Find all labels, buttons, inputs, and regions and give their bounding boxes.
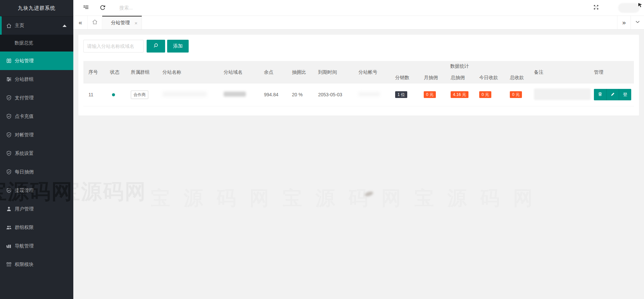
- sidebar-item-label: 每日抽佣: [15, 169, 34, 175]
- cell-balance: 994.84: [259, 84, 287, 106]
- edit-button[interactable]: [606, 89, 619, 100]
- site-domain-redacted: [224, 92, 246, 97]
- cell-group: 合作商: [126, 84, 157, 106]
- cell-commission-ratio: 20 %: [287, 84, 313, 106]
- sidebar-item-system-settings[interactable]: 系统设置: [0, 144, 73, 163]
- sidebar-item-card-recharge[interactable]: 点卡充值: [0, 107, 73, 126]
- tab-home-button[interactable]: [87, 16, 102, 29]
- fullscreen-icon: [593, 4, 599, 11]
- login-button[interactable]: 登: [619, 89, 631, 100]
- refresh-icon: [100, 4, 106, 11]
- table-row: 11 合作商 994.84 20 % 2053-05-03 1 位 0 元 4.…: [83, 84, 634, 106]
- shield-check-icon: [6, 151, 12, 156]
- tabs-menu-button[interactable]: [631, 16, 644, 29]
- sidebar-item-site-management[interactable]: 分站管理: [0, 52, 73, 70]
- mouse-cursor: [638, 3, 643, 9]
- sidebar-item-label: 对帐管理: [15, 132, 34, 138]
- sidebar-item-label: 权限模块: [15, 262, 34, 268]
- cell-manage: 登: [589, 84, 634, 106]
- col-index: 序号: [83, 61, 105, 84]
- cell-remark: [529, 84, 589, 106]
- sidebar-item-label: 用户管理: [15, 206, 34, 212]
- cell-index: 11: [83, 84, 105, 106]
- sidebar-item-payment[interactable]: 支付管理: [0, 89, 73, 107]
- cell-monthly-commission: 0 元: [419, 84, 446, 106]
- sidebar-item-site-groups[interactable]: 分站群组: [0, 70, 73, 89]
- cell-site-account: [353, 84, 390, 106]
- search-button[interactable]: [147, 40, 165, 53]
- shield-check-icon: [6, 113, 12, 119]
- monthly-commission-badge: 0 元: [424, 91, 436, 98]
- double-chevron-left-icon: «: [79, 19, 82, 26]
- site-management-card: 添加 序号 状态 所属群组 分站名称 分站: [78, 35, 639, 115]
- tab-site-management[interactable]: 分站管理 ×: [102, 16, 142, 29]
- sidebar-item-label: 系统设置: [15, 151, 34, 157]
- table-header: 序号 状态 所属群组 分站名称 分站域名 余点 抽拥比 到期时间 分站帐号 数据…: [83, 61, 634, 84]
- shield-check-icon: [6, 95, 12, 101]
- sidebar-item-label: 提现管理: [15, 188, 34, 194]
- delete-button[interactable]: [594, 89, 606, 100]
- tabs-scroll-right-button[interactable]: »: [617, 16, 631, 29]
- status-dot: [112, 93, 115, 96]
- watermark-band: 宝源码网宝源码网宝源码网: [151, 185, 546, 211]
- tab-bar: « 分站管理 × »: [73, 16, 644, 30]
- shield-check-icon: [6, 132, 12, 138]
- add-button[interactable]: 添加: [167, 40, 189, 53]
- sidebar-item-user-management[interactable]: 用户管理: [0, 200, 73, 218]
- col-site-domain: 分站域名: [219, 61, 259, 84]
- total-commission-badge: 4.16 元: [451, 91, 468, 98]
- col-status: 状态: [105, 61, 126, 84]
- cell-today-income: 0 元: [474, 84, 505, 106]
- tabs-scroll-left-button[interactable]: «: [73, 16, 87, 29]
- user-account-blurred[interactable]: [618, 3, 640, 13]
- sidebar-item-daily-commission[interactable]: 每日抽佣: [0, 163, 73, 181]
- sidebar-item-label: 分站群组: [15, 76, 34, 82]
- app-title: 九块九进群系统: [0, 0, 73, 16]
- sidebar-item-withdrawal[interactable]: 提现管理: [0, 181, 73, 200]
- sidebar-item-label: 分站管理: [15, 58, 34, 64]
- books-icon: [6, 243, 12, 249]
- chevron-down-icon: [635, 19, 640, 26]
- site-account-redacted: [358, 92, 380, 96]
- sidebar-item-group-permissions[interactable]: 群组权限: [0, 218, 73, 237]
- total-income-badge: 0 元: [510, 91, 522, 98]
- sidebar-item-home[interactable]: 主页: [0, 16, 73, 35]
- sidebar-item-label: 数据总览: [14, 40, 33, 46]
- content-area: 添加 序号 状态 所属群组 分站名称 分站: [73, 30, 644, 299]
- col-site-account: 分站帐号: [353, 61, 390, 84]
- tab-close-icon[interactable]: ×: [135, 20, 138, 26]
- col-total-commission: 总抽佣: [446, 72, 474, 84]
- fullscreen-button[interactable]: [588, 0, 604, 15]
- sites-table: 序号 状态 所属群组 分站名称 分站域名 余点 抽拥比 到期时间 分站帐号 数据…: [83, 61, 634, 106]
- cell-total-commission: 4.16 元: [446, 84, 474, 106]
- cell-site-domain: [219, 84, 259, 106]
- tab-label: 分站管理: [111, 20, 130, 26]
- tabbar-spacer: [142, 16, 617, 29]
- top-navbar: [73, 0, 644, 16]
- sidebar-item-navigation[interactable]: 导航管理: [0, 237, 73, 255]
- site-search-input[interactable]: [83, 40, 144, 53]
- sidebar-item-label: 主页: [15, 23, 24, 29]
- global-search-input[interactable]: [119, 5, 197, 10]
- sidebar-item-reconciliation[interactable]: 对帐管理: [0, 126, 73, 144]
- sliders-icon: [6, 76, 12, 82]
- home-icon: [6, 23, 12, 29]
- refresh-button[interactable]: [94, 0, 111, 15]
- sidebar-item-label: 导航管理: [15, 243, 34, 249]
- col-site-name: 分站名称: [157, 61, 219, 84]
- main-area: « 分站管理 × »: [73, 0, 644, 299]
- sidebar-item-permission-module[interactable]: 权限模块: [0, 255, 73, 274]
- home-outline-icon: [92, 19, 98, 27]
- watermark-text-faint: 宝源码网: [73, 177, 147, 206]
- sidebar-item-data-overview[interactable]: 数据总览: [0, 35, 73, 52]
- shield-check-icon: [6, 169, 12, 175]
- users-icon: [6, 225, 12, 230]
- collapse-sidebar-button[interactable]: [77, 0, 94, 15]
- col-remark: 备注: [529, 61, 589, 84]
- search-icon: [153, 43, 159, 49]
- group-badge: 合作商: [131, 91, 148, 99]
- double-chevron-right-icon: »: [622, 19, 626, 26]
- grid-icon: [6, 262, 12, 267]
- col-group-stats: 数据统计: [390, 61, 529, 72]
- chevron-up-icon: [63, 25, 67, 27]
